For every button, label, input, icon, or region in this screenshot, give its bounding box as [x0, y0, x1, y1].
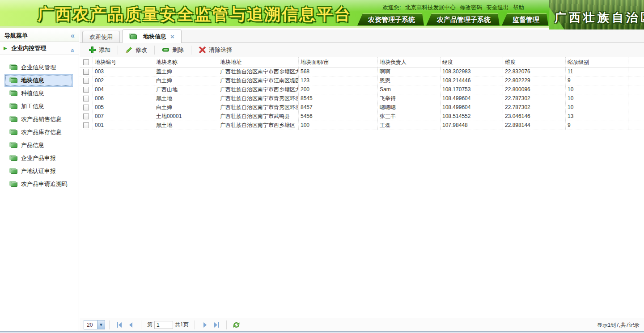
table-cell: 黑土地: [154, 121, 218, 130]
header-filler-cell: [628, 57, 644, 67]
table-row[interactable]: 002白土婵广西壮族自治区南宁市江南区堤园123恩恩108.21444622.8…: [80, 76, 644, 85]
row-filler-cell: [628, 85, 644, 94]
tab-bar: 欢迎使用地块信息×: [80, 30, 644, 43]
sidebar-item-label: 种植信息: [21, 89, 44, 97]
table-cell: 22.832076: [503, 67, 566, 76]
table-cell: 001: [93, 121, 154, 130]
table-cell: 8457: [299, 103, 378, 112]
toolbar-separator: [154, 46, 155, 55]
datagrid-body: 003盖土婵广西壮族自治区南宁市西乡塘区大568啊啊108.30298322.8…: [80, 67, 644, 130]
tab-label: 欢迎使用: [89, 33, 113, 41]
toolbar-separator: [118, 46, 118, 55]
collapse-sidebar-icon[interactable]: «: [71, 30, 75, 42]
prev-page-button[interactable]: [125, 320, 137, 330]
table-cell: 107.98448: [441, 121, 503, 130]
row-checkbox[interactable]: [83, 114, 89, 119]
table-cell: 广西壮族自治区南宁市青秀区环境: [218, 94, 299, 103]
folder-icon: [11, 156, 17, 161]
window-bottom-edge: [0, 331, 644, 333]
column-header: 缩放级别: [566, 57, 628, 67]
clear-button[interactable]: 清除选择: [194, 44, 237, 56]
subsystem-button-2[interactable]: 农产品管理子系统: [426, 13, 500, 25]
table-row[interactable]: 006黑土地广西壮族自治区南宁市青秀区环境8545飞举得108.49960422…: [80, 94, 644, 103]
subsystem-button-3[interactable]: 监督管理: [502, 13, 548, 25]
page-title: 广西农产品质量安全监管与追溯信息平台: [38, 4, 352, 25]
sidebar-section-header[interactable]: ▶ 企业内控管理 «: [0, 42, 79, 55]
sidebar-item-4[interactable]: 加工信息: [4, 100, 73, 113]
sidebar: 导航菜单 « ▶ 企业内控管理 « 企业信息管理地块信息种植信息加工信息农产品销…: [0, 30, 79, 331]
sidebar-item-1[interactable]: 企业信息管理: [4, 61, 73, 74]
sidebar-item-label: 企业信息管理: [21, 63, 56, 72]
row-filler-cell: [628, 94, 644, 103]
row-checkbox-cell: [80, 121, 93, 130]
row-checkbox[interactable]: [83, 96, 89, 101]
folder-icon: [11, 78, 17, 83]
row-checkbox[interactable]: [83, 69, 89, 75]
row-checkbox[interactable]: [83, 78, 89, 84]
table-row[interactable]: 007土地00001广西壮族自治区南宁市武鸣县5456张三丰108.514552…: [80, 112, 644, 121]
last-page-button[interactable]: [211, 320, 222, 330]
table-cell: 10: [566, 103, 628, 112]
table-cell: 108.302983: [441, 67, 503, 76]
table-row[interactable]: 005白土婵广西壮族自治区南宁市青秀区环境8457嗯嗯嗯108.49960422…: [80, 103, 644, 112]
edit-icon: [125, 46, 133, 54]
sidebar-item-label: 地块信息: [21, 76, 44, 84]
page-number-input[interactable]: [154, 321, 173, 329]
sidebar-header: 导航菜单 «: [0, 30, 79, 42]
row-checkbox[interactable]: [83, 87, 89, 93]
table-cell: 568: [299, 67, 378, 76]
row-checkbox[interactable]: [83, 105, 89, 110]
tab-2[interactable]: 地块信息×: [122, 30, 182, 43]
row-checkbox[interactable]: [83, 122, 89, 128]
delete-button[interactable]: 删除: [157, 44, 189, 56]
sidebar-item-label: 农产品销售信息: [21, 115, 62, 123]
table-cell: 108.214446: [441, 76, 503, 85]
tab-1[interactable]: 欢迎使用: [82, 31, 120, 42]
refresh-button[interactable]: [231, 320, 242, 330]
select-all-checkbox[interactable]: [83, 59, 89, 65]
sidebar-item-2[interactable]: 地块信息: [4, 74, 73, 87]
folder-icon: [11, 169, 17, 174]
toolbar-button-label: 修改: [136, 46, 147, 54]
table-row[interactable]: 001黑土地广西壮族自治区南宁市西乡塘区100王磊107.9844822.898…: [80, 121, 644, 130]
table-cell: 啊啊: [378, 67, 441, 76]
help-link[interactable]: 帮助: [513, 4, 524, 11]
username: 北京高科技发展中心: [405, 4, 456, 11]
table-row[interactable]: 004广西山地广西壮族自治区南宁市西乡塘区大200Sam108.17075322…: [80, 85, 644, 94]
edit-button[interactable]: 修改: [120, 44, 152, 56]
sidebar-item-8[interactable]: 企业产品申报: [4, 152, 73, 164]
row-checkbox-cell: [80, 112, 93, 121]
row-checkbox-cell: [80, 103, 93, 112]
next-page-button[interactable]: [199, 320, 211, 330]
subsystem-button-1[interactable]: 农资管理子系统: [357, 13, 424, 25]
table-cell: 006: [93, 94, 154, 103]
sidebar-item-5[interactable]: 农产品销售信息: [4, 113, 73, 126]
table-cell: 22.787302: [503, 103, 566, 112]
table-cell: 张三丰: [378, 112, 441, 121]
logout-link[interactable]: 安全退出: [487, 4, 509, 11]
header-checkbox-cell: [80, 57, 93, 67]
row-filler-cell: [628, 103, 644, 112]
sidebar-item-9[interactable]: 产地认证申报: [4, 165, 73, 177]
sidebar-item-6[interactable]: 农产品库存信息: [4, 126, 73, 139]
collapse-section-icon[interactable]: «: [67, 49, 79, 52]
first-page-button[interactable]: [114, 320, 125, 330]
close-icon[interactable]: ×: [170, 33, 174, 40]
change-password-link[interactable]: 修改密码: [460, 4, 482, 11]
table-row[interactable]: 003盖土婵广西壮族自治区南宁市西乡塘区大568啊啊108.30298322.8…: [80, 67, 644, 76]
table-cell: 23.046146: [503, 112, 566, 121]
page-size-select[interactable]: 20 ▼: [84, 320, 105, 329]
records-summary: 显示1到7,共7记录: [597, 318, 640, 332]
pager-separator: [109, 320, 110, 329]
sidebar-item-3[interactable]: 种植信息: [4, 87, 73, 100]
add-button[interactable]: 添加: [84, 44, 115, 56]
sidebar-item-label: 农产品申请追溯码: [21, 180, 68, 188]
table-cell: 200: [299, 85, 378, 94]
toolbar-button-label: 清除选择: [209, 46, 232, 54]
folder-icon: [11, 91, 17, 96]
sidebar-item-7[interactable]: 产品信息: [4, 139, 73, 152]
row-filler-cell: [628, 67, 644, 76]
sidebar-item-label: 农产品库存信息: [21, 128, 62, 136]
sidebar-item-10[interactable]: 农产品申请追溯码: [4, 178, 73, 190]
table-cell: 10: [566, 94, 628, 103]
